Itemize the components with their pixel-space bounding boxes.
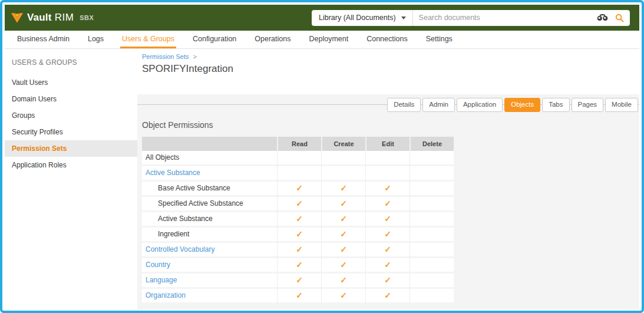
perm-delete-cell	[409, 182, 454, 197]
object-link-active-substance[interactable]: Active Substance	[146, 169, 200, 177]
perm-create-cell	[321, 151, 365, 166]
table-row: Ingredient✓✓✓	[142, 228, 454, 243]
binoculars-icon	[597, 14, 608, 21]
check-icon: ✓	[296, 275, 303, 285]
check-icon: ✓	[296, 291, 303, 300]
check-icon: ✓	[384, 275, 391, 285]
check-icon: ✓	[384, 214, 391, 223]
check-icon: ✓	[384, 199, 391, 208]
object-link-organization[interactable]: Organization	[146, 291, 186, 299]
page-title: SPORIFYIntegration	[142, 63, 639, 75]
object-link-country[interactable]: Country	[146, 261, 170, 269]
nav-tab-business-admin[interactable]: Business Admin	[15, 31, 71, 48]
check-icon: ✓	[384, 229, 391, 239]
tab-mobile[interactable]: Mobile	[605, 98, 638, 112]
object-label-active-substance: Active Substance	[158, 215, 213, 223]
perm-delete-cell	[409, 228, 454, 243]
perm-create-cell: ✓	[321, 182, 365, 197]
column-header-create: Create	[321, 137, 365, 151]
sidebar: USERS & GROUPS Vault UsersDomain UsersGr…	[5, 49, 137, 309]
perm-edit-cell	[365, 166, 409, 182]
table-row: Active Substance✓✓✓	[142, 212, 454, 228]
column-header-read: Read	[277, 137, 321, 151]
nav-tab-settings[interactable]: Settings	[424, 31, 454, 48]
nav-tab-deployment[interactable]: Deployment	[307, 31, 350, 48]
perm-read-cell	[277, 151, 321, 166]
sidebar-item-groups[interactable]: Groups	[5, 107, 137, 124]
perm-edit-cell: ✓	[365, 274, 409, 289]
check-icon: ✓	[384, 260, 391, 269]
perm-delete-cell	[409, 289, 454, 304]
column-header-delete: Delete	[409, 137, 454, 151]
check-icon: ✓	[296, 183, 303, 193]
perm-create-cell: ✓	[321, 212, 365, 228]
object-link-controlled-vocabulary[interactable]: Controlled Vocabulary	[146, 245, 214, 253]
check-icon: ✓	[384, 291, 391, 300]
object-name-cell: Country	[142, 258, 277, 274]
check-icon: ✓	[340, 260, 347, 269]
table-row: Specified Active Substance✓✓✓	[142, 197, 454, 212]
check-icon: ✓	[340, 183, 347, 193]
column-header-edit: Edit	[365, 137, 409, 151]
nav-tab-connections[interactable]: Connections	[365, 31, 409, 48]
check-icon: ✓	[296, 214, 303, 223]
check-icon: ✓	[340, 291, 347, 300]
chevron-down-icon	[401, 17, 406, 19]
perm-delete-cell	[409, 274, 454, 289]
tab-objects[interactable]: Objects	[504, 98, 540, 112]
primary-nav: Business AdminLogsUsers & GroupsConfigur…	[5, 31, 639, 49]
perm-create-cell	[321, 166, 365, 182]
check-icon: ✓	[340, 275, 347, 285]
nav-tab-users-groups[interactable]: Users & Groups	[120, 31, 176, 48]
perm-read-cell	[277, 166, 321, 182]
nav-tab-operations[interactable]: Operations	[253, 31, 292, 48]
tab-admin[interactable]: Admin	[422, 98, 455, 112]
tab-pages[interactable]: Pages	[572, 98, 604, 112]
perm-read-cell: ✓	[277, 212, 321, 228]
perm-delete-cell	[409, 243, 454, 258]
object-name-cell: Active Substance	[142, 166, 277, 182]
details-panel: DetailsAdminApplicationObjectsTabsPagesM…	[137, 94, 639, 309]
search-submit-button[interactable]	[612, 14, 630, 22]
search-bar: Library (All Documents)	[312, 10, 630, 26]
object-link-language[interactable]: Language	[146, 276, 177, 284]
check-icon: ✓	[296, 260, 303, 269]
table-row: Language✓✓✓	[142, 274, 454, 289]
check-icon: ✓	[296, 245, 303, 254]
sidebar-item-security-profiles[interactable]: Security Profiles	[5, 124, 137, 140]
object-name-cell: Active Substance	[142, 212, 277, 228]
tab-details[interactable]: Details	[387, 98, 421, 112]
sidebar-item-permission-sets[interactable]: Permission Sets	[5, 140, 137, 157]
table-row: Controlled Vocabulary✓✓✓	[142, 243, 454, 258]
nav-tab-configuration[interactable]: Configuration	[191, 31, 238, 48]
search-scope-selector[interactable]: Library (All Documents)	[312, 10, 412, 26]
breadcrumb-link[interactable]: Permission Sets	[142, 53, 189, 60]
perm-edit-cell: ✓	[365, 197, 409, 212]
perm-edit-cell: ✓	[365, 289, 409, 304]
advanced-search-button[interactable]	[593, 14, 612, 21]
sidebar-item-application-roles[interactable]: Application Roles	[5, 157, 137, 173]
perm-delete-cell	[409, 258, 454, 274]
perm-read-cell: ✓	[277, 243, 321, 258]
tab-application[interactable]: Application	[457, 98, 503, 112]
panel-tabs: DetailsAdminApplicationObjectsTabsPagesM…	[142, 94, 638, 112]
perm-edit-cell: ✓	[365, 243, 409, 258]
nav-tab-logs[interactable]: Logs	[86, 31, 105, 48]
check-icon: ✓	[384, 183, 391, 193]
sidebar-item-domain-users[interactable]: Domain Users	[5, 91, 137, 107]
sidebar-title: USERS & GROUPS	[5, 51, 137, 74]
sidebar-items: Vault UsersDomain UsersGroupsSecurity Pr…	[5, 74, 137, 173]
tab-tabs[interactable]: Tabs	[542, 98, 569, 112]
brand: Vault RIM SBX	[11, 12, 94, 24]
perm-read-cell: ✓	[277, 197, 321, 212]
perm-delete-cell	[409, 212, 454, 228]
perm-edit-cell: ✓	[365, 228, 409, 243]
perm-delete-cell	[409, 197, 454, 212]
perm-read-cell: ✓	[277, 274, 321, 289]
sidebar-item-vault-users[interactable]: Vault Users	[5, 74, 137, 91]
table-row: Base Active Substance✓✓✓	[142, 182, 454, 197]
search-input[interactable]	[413, 14, 593, 22]
table-row: Organization✓✓✓	[142, 289, 454, 304]
perm-read-cell: ✓	[277, 289, 321, 304]
check-icon: ✓	[384, 245, 391, 254]
